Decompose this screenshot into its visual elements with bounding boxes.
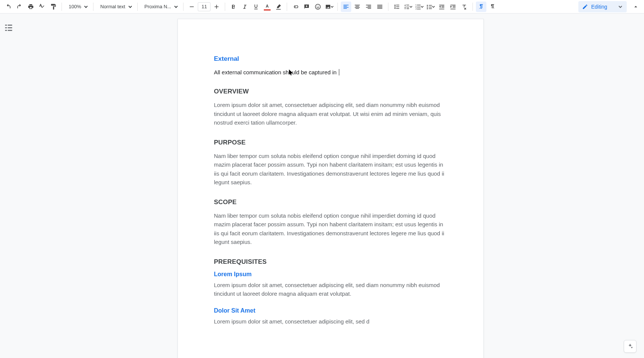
editing-mode-select[interactable]: Editing (578, 1, 627, 12)
align-right-button[interactable] (363, 2, 374, 12)
rtl-button[interactable] (487, 2, 498, 12)
prereq-sub2-paragraph[interactable]: Lorem ipsum dolor sit amet, consectetuer… (214, 317, 447, 326)
external-paragraph[interactable]: All external communication should be cap… (214, 68, 447, 77)
svg-point-2 (319, 6, 319, 6)
scope-paragraph[interactable]: Nam liber tempor cum soluta nobis eleife… (214, 211, 447, 246)
highlighter-icon (275, 3, 282, 10)
overview-paragraph[interactable]: Lorem ipsum dolor sit amet, consectetuer… (214, 101, 447, 127)
align-justify-icon (376, 3, 383, 10)
font-size-group: 11 (187, 2, 222, 12)
separator (225, 3, 225, 11)
heading-prerequisites[interactable]: PREREQUISITES (214, 258, 447, 266)
separator (93, 3, 93, 11)
heading-scope[interactable]: SCOPE (214, 199, 447, 206)
align-left-icon (343, 3, 349, 10)
chevron-down-icon (128, 5, 132, 9)
undo-icon (5, 3, 12, 10)
align-left-button[interactable] (341, 2, 351, 12)
bulleted-list-button[interactable] (425, 2, 436, 12)
add-comment-button[interactable] (301, 2, 312, 12)
print-icon (27, 3, 34, 10)
insert-link-button[interactable] (290, 2, 301, 12)
chevron-down-icon (84, 5, 88, 9)
align-center-button[interactable] (352, 2, 363, 12)
pencil-icon (582, 4, 588, 10)
underline-button[interactable] (251, 2, 261, 12)
bold-button[interactable] (228, 2, 239, 12)
plus-icon (213, 3, 220, 10)
page[interactable]: External All external communication shou… (178, 19, 484, 358)
insert-emoji-button[interactable] (313, 2, 323, 12)
rtl-icon (489, 3, 496, 10)
separator (388, 3, 388, 11)
paragraph-style-select[interactable]: Normal text (96, 2, 134, 12)
subheading-dolor-sit-amet[interactable]: Dolor Sit Amet (214, 307, 447, 314)
toolbar: 100% Normal text Proxima N... 11 (0, 0, 644, 14)
document-outline-button[interactable] (3, 23, 14, 33)
explore-icon (627, 343, 633, 350)
italic-icon (241, 3, 248, 10)
decrease-indent-button[interactable] (436, 2, 447, 12)
emoji-icon (314, 3, 321, 10)
decrease-font-size-button[interactable] (187, 2, 197, 12)
highlight-color-button[interactable] (273, 2, 284, 12)
font-size-input[interactable]: 11 (198, 2, 211, 11)
paint-roller-icon (50, 3, 57, 10)
svg-point-1 (317, 6, 317, 6)
clear-formatting-button[interactable] (459, 2, 469, 12)
chevron-down-icon (421, 5, 424, 8)
line-spacing-icon (393, 3, 400, 10)
chevron-down-icon (331, 5, 334, 8)
redo-icon (16, 3, 23, 10)
subheading-lorem-ipsum[interactable]: Lorem Ipsum (214, 271, 447, 278)
indent-increase-icon (450, 3, 456, 10)
zoom-value: 100% (69, 4, 81, 9)
ltr-icon (478, 3, 485, 10)
align-justify-button[interactable] (375, 2, 385, 12)
align-center-icon (354, 3, 361, 10)
explore-button[interactable] (624, 340, 636, 353)
numbered-list-button[interactable] (414, 2, 424, 12)
left-rail (0, 14, 17, 358)
text-cursor (339, 69, 339, 75)
spellcheck-button[interactable] (37, 2, 47, 12)
heading-external[interactable]: External (214, 55, 447, 63)
svg-point-0 (315, 4, 320, 9)
redo-button[interactable] (14, 2, 25, 12)
font-family-select[interactable]: Proxima N... (141, 2, 181, 12)
increase-indent-button[interactable] (448, 2, 458, 12)
increase-font-size-button[interactable] (211, 2, 222, 12)
chevron-down-icon (409, 5, 412, 8)
text-color-button[interactable] (262, 2, 272, 12)
insert-image-button[interactable] (324, 2, 334, 12)
link-icon (292, 3, 299, 10)
text-color-swatch (264, 9, 271, 11)
purpose-paragraph[interactable]: Nam liber tempor cum soluta nobis eleife… (214, 152, 447, 187)
outline-icon (3, 23, 14, 33)
clear-format-icon (461, 3, 468, 10)
zoom-select[interactable]: 100% (65, 2, 90, 12)
paragraph-style-value: Normal text (100, 4, 125, 9)
prereq-sub1-paragraph[interactable]: Lorem ipsum dolor sit amet, consectetuer… (214, 281, 447, 298)
document-canvas[interactable]: External All external communication shou… (17, 14, 644, 358)
heading-purpose[interactable]: PURPOSE (214, 139, 447, 146)
checklist-button[interactable] (403, 2, 413, 12)
align-right-icon (365, 3, 372, 10)
line-spacing-button[interactable] (391, 2, 402, 12)
paint-format-button[interactable] (48, 2, 59, 12)
separator (62, 3, 62, 11)
print-button[interactable] (26, 2, 36, 12)
chevron-down-icon (432, 5, 435, 8)
chevron-down-icon (174, 5, 178, 9)
comment-plus-icon (303, 3, 310, 10)
chevron-up-icon (632, 3, 639, 10)
editing-mode-label: Editing (591, 4, 607, 10)
heading-overview[interactable]: OVERVIEW (214, 88, 447, 95)
ltr-button[interactable] (476, 2, 486, 12)
undo-button[interactable] (3, 2, 14, 12)
hide-menus-button[interactable] (630, 2, 641, 12)
separator (472, 3, 473, 11)
italic-button[interactable] (239, 2, 250, 12)
separator (337, 3, 338, 11)
spellcheck-icon (39, 3, 45, 10)
